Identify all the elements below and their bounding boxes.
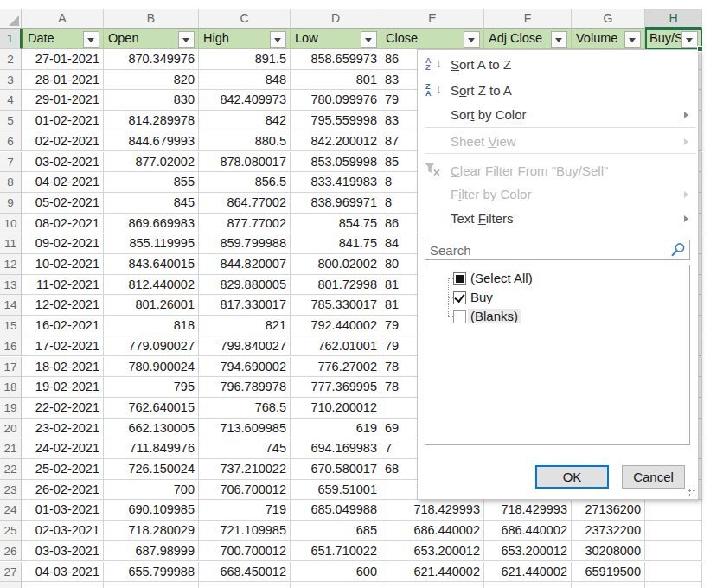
cell-H24[interactable]	[645, 500, 702, 521]
cell-A2[interactable]: 27-01-2021	[22, 49, 104, 70]
cell-C13[interactable]: 829.880005	[199, 275, 291, 296]
cell-A21[interactable]: 24-02-2021	[22, 438, 104, 459]
row-header-19[interactable]: 19	[0, 398, 22, 419]
row-header-13[interactable]: 13	[0, 275, 22, 296]
cell-B24[interactable]: 690.109985	[104, 500, 199, 521]
cell-D13[interactable]: 801.72998	[291, 275, 381, 296]
row-header-25[interactable]: 25	[0, 521, 22, 541]
cell-G25[interactable]: 23732200	[572, 521, 645, 541]
cell-C26[interactable]: 700.700012	[199, 541, 291, 562]
cell-F24[interactable]: 718.429993	[484, 500, 572, 521]
cell-C25[interactable]: 721.109985	[199, 521, 291, 541]
row-header-12[interactable]: 12	[0, 254, 22, 275]
search-input[interactable]	[425, 240, 666, 259]
cell-B15[interactable]: 818	[104, 316, 199, 336]
cell-G26[interactable]: 30208000	[572, 541, 645, 562]
cell-B12[interactable]: 843.640015	[104, 254, 199, 275]
cell-D24[interactable]: 685.049988	[291, 500, 381, 521]
cell-D14[interactable]: 785.330017	[291, 295, 381, 316]
row-header-4[interactable]: 4	[0, 90, 22, 111]
cell-D25[interactable]: 685	[291, 521, 381, 541]
cell-B9[interactable]: 845	[104, 193, 199, 214]
filter-value-item-buy[interactable]: Buy	[425, 289, 689, 308]
row-header-partial[interactable]	[0, 582, 22, 588]
cell-C19[interactable]: 768.5	[199, 398, 291, 419]
cell-E27[interactable]: 621.440002	[381, 562, 484, 583]
column-header-C[interactable]: C	[199, 9, 291, 29]
cell-C24[interactable]: 719	[199, 500, 291, 521]
cell-A7[interactable]: 03-02-2021	[22, 152, 104, 173]
cell-E26[interactable]: 653.200012	[381, 541, 484, 562]
cell-D10[interactable]: 854.75	[291, 214, 381, 234]
cell-A27[interactable]: 04-03-2021	[22, 562, 104, 583]
cell-B21[interactable]: 711.849976	[104, 438, 199, 459]
cell-D17[interactable]: 776.27002	[291, 357, 381, 378]
cell-C14[interactable]: 817.330017	[199, 295, 291, 316]
cell-A10[interactable]: 08-02-2021	[22, 214, 104, 234]
row-header-27[interactable]: 27	[0, 562, 22, 583]
cell-H27[interactable]	[645, 562, 702, 583]
cell-B18[interactable]: 795	[104, 377, 199, 398]
cell-F27[interactable]: 621.440002	[484, 562, 572, 583]
filter-button-open[interactable]	[178, 31, 195, 48]
cell-D18[interactable]: 777.369995	[291, 377, 381, 398]
cell-A18[interactable]: 19-02-2021	[22, 377, 104, 398]
cell-C5[interactable]: 842	[199, 111, 291, 131]
cell-A15[interactable]: 16-02-2021	[22, 316, 104, 336]
cell-E25[interactable]: 686.440002	[381, 521, 484, 541]
menu-item-sort-a-to-z[interactable]: AZ↓Sort A to Z	[418, 54, 698, 77]
row-header-1[interactable]: 1	[0, 29, 22, 49]
cell-D15[interactable]: 792.440002	[291, 316, 381, 336]
row-header-10[interactable]: 10	[0, 214, 22, 234]
filter-button-buy_sell[interactable]	[681, 31, 698, 48]
row-header-5[interactable]: 5	[0, 111, 22, 131]
row-header-20[interactable]: 20	[0, 419, 22, 439]
row-header-23[interactable]: 23	[0, 480, 22, 501]
fill-handle[interactable]	[697, 46, 703, 52]
menu-item-text-filters[interactable]: Text Filters	[418, 208, 698, 231]
cell-D5[interactable]: 795.559998	[291, 111, 381, 131]
cell-C15[interactable]: 821	[199, 316, 291, 336]
cell-A20[interactable]: 23-02-2021	[22, 419, 104, 439]
row-header-9[interactable]: 9	[0, 193, 22, 214]
cell-D28[interactable]	[291, 582, 381, 588]
cell-A23[interactable]: 26-02-2021	[22, 480, 104, 501]
column-header-G[interactable]: G	[572, 9, 645, 29]
cell-C18[interactable]: 796.789978	[199, 377, 291, 398]
cell-B17[interactable]: 780.900024	[104, 357, 199, 378]
cell-C28[interactable]	[199, 582, 291, 588]
cell-A22[interactable]: 25-02-2021	[22, 459, 104, 480]
cell-B16[interactable]: 779.090027	[104, 336, 199, 357]
resize-grip[interactable]	[688, 489, 695, 496]
filter-button-date[interactable]	[83, 31, 99, 48]
cell-A3[interactable]: 28-01-2021	[22, 70, 104, 91]
cell-C6[interactable]: 880.5	[199, 131, 291, 152]
cell-D11[interactable]: 841.75	[291, 233, 381, 254]
cell-D2[interactable]: 858.659973	[291, 49, 381, 70]
row-header-3[interactable]: 3	[0, 70, 22, 91]
cell-H25[interactable]	[645, 521, 702, 541]
cell-C4[interactable]: 842.409973	[199, 90, 291, 111]
filter-button-adj_close[interactable]	[551, 31, 567, 48]
cell-B7[interactable]: 877.02002	[104, 152, 199, 173]
select-all-corner[interactable]	[0, 9, 22, 29]
cell-D4[interactable]: 780.099976	[291, 90, 381, 111]
cell-B28[interactable]	[104, 582, 199, 588]
cell-B3[interactable]: 820	[104, 70, 199, 91]
ok-button[interactable]: OK	[535, 465, 609, 489]
cell-D8[interactable]: 833.419983	[291, 172, 381, 193]
cell-D16[interactable]: 762.01001	[291, 336, 381, 357]
checkbox-unchecked[interactable]	[453, 310, 466, 323]
cell-C3[interactable]: 848	[199, 70, 291, 91]
row-header-7[interactable]: 7	[0, 152, 22, 173]
cell-G27[interactable]: 65919500	[572, 562, 645, 583]
cell-A8[interactable]: 04-02-2021	[22, 172, 104, 193]
row-header-15[interactable]: 15	[0, 316, 22, 336]
cell-E24[interactable]: 718.429993	[381, 500, 484, 521]
menu-item-sort-by-color[interactable]: Sort by Color	[418, 104, 698, 127]
cell-D19[interactable]: 710.200012	[291, 398, 381, 419]
column-header-B[interactable]: B	[104, 9, 199, 29]
checkbox-checked[interactable]	[453, 291, 466, 304]
cell-D7[interactable]: 853.059998	[291, 152, 381, 173]
cell-A14[interactable]: 12-02-2021	[22, 295, 104, 316]
